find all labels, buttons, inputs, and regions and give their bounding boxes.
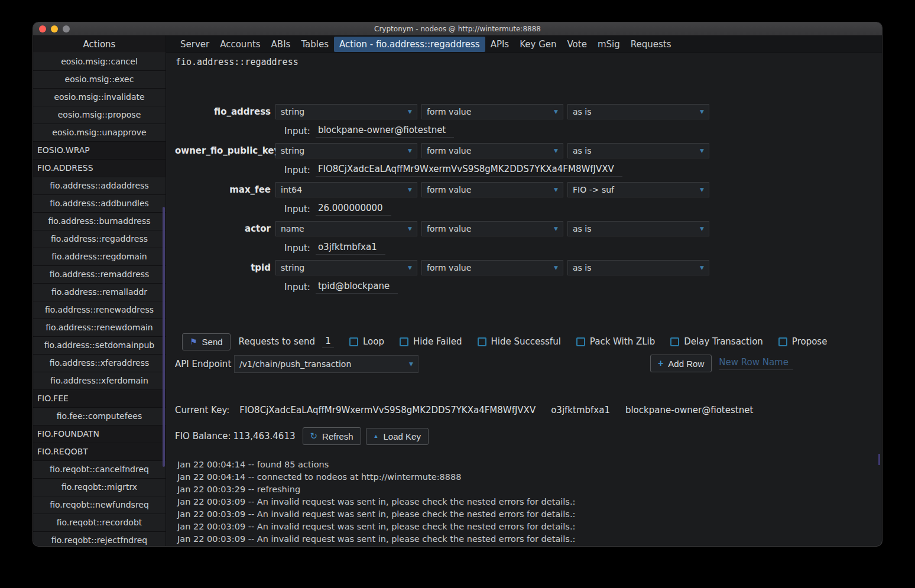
minimize-window-button[interactable] xyxy=(51,25,58,33)
actor-input[interactable]: o3jfktmbfxa1 xyxy=(316,242,385,255)
type-select[interactable]: string ▼ xyxy=(275,260,417,275)
main-panel: Server Accounts ABIs Tables Action - fio… xyxy=(166,35,882,546)
sidebar-action-item[interactable]: fio.reqobt::migrtrx xyxy=(33,479,166,496)
sidebar-action-item[interactable]: fio.reqobt::newfundsreq xyxy=(33,496,166,514)
sidebar-contract-header[interactable]: FIO.FEE xyxy=(33,390,166,408)
refresh-label: Refresh xyxy=(322,431,353,441)
input-row: Input: 26.000000000 xyxy=(175,202,882,216)
tab-abis[interactable]: ABIs xyxy=(266,37,296,52)
tab-tables[interactable]: Tables xyxy=(296,37,334,52)
sidebar-action-item[interactable]: fio.address::regaddress xyxy=(33,230,166,248)
transform-select[interactable]: as is ▼ xyxy=(567,104,709,119)
sidebar-action-item[interactable]: eosio.msig::invalidate xyxy=(33,89,166,106)
sidebar-action-item[interactable]: fio.address::xferdomain xyxy=(33,372,166,390)
transform-value: as is xyxy=(573,146,697,155)
sidebar-contract-header[interactable]: FIO.REQOBT xyxy=(33,443,166,461)
sidebar-action-item[interactable]: fio.reqobt::cancelfndreq xyxy=(33,461,166,479)
form-row: tpid string ▼ form value ▼ as is ▼ xyxy=(175,260,882,275)
transform-select[interactable]: FIO -> suf ▼ xyxy=(567,182,709,197)
log-output: Jan 22 00:04:14 -- found 85 actions Jan … xyxy=(177,459,882,545)
transform-select[interactable]: as is ▼ xyxy=(567,260,709,275)
sidebar-action-item[interactable]: fio.reqobt::rejectfndreq xyxy=(33,532,166,546)
sidebar-action-item[interactable]: fio.address::xferaddress xyxy=(33,355,166,372)
requests-to-send-input[interactable]: 1 xyxy=(322,336,334,348)
chevron-down-icon: ▼ xyxy=(554,109,558,115)
sidebar-contract-header[interactable]: FIO.FOUNDATN xyxy=(33,425,166,443)
chevron-down-icon: ▼ xyxy=(700,226,704,232)
owner-public-key-input[interactable]: FIO8CjXadcEaLAqffMr9WxermVvS9S8gMK2DDS7Y… xyxy=(316,164,622,177)
form-row: fio_address string ▼ form value ▼ as is … xyxy=(175,104,882,119)
load-key-button[interactable]: ▲ Load Key xyxy=(366,428,429,445)
checkbox-hide-failed[interactable]: Hide Failed xyxy=(400,336,462,347)
value-source-select[interactable]: form value ▼ xyxy=(421,182,563,197)
chevron-down-icon: ▼ xyxy=(554,265,558,271)
tab-vote[interactable]: Vote xyxy=(562,37,592,52)
tab-apis[interactable]: APIs xyxy=(485,37,515,52)
checkbox-loop[interactable]: Loop xyxy=(349,336,384,347)
tab-server[interactable]: Server xyxy=(175,37,215,52)
sidebar-action-item[interactable]: fio.address::renewaddress xyxy=(33,301,166,319)
type-select[interactable]: string ▼ xyxy=(275,143,417,158)
checkbox-hide-successful[interactable]: Hide Successful xyxy=(478,336,561,347)
input-row: Input: FIO8CjXadcEaLAqffMr9WxermVvS9S8gM… xyxy=(175,163,882,177)
close-window-button[interactable] xyxy=(39,25,46,33)
sidebar-action-item[interactable]: fio.address::addbundles xyxy=(33,195,166,213)
zoom-window-button[interactable] xyxy=(63,25,70,33)
main-scrollbar[interactable] xyxy=(878,454,880,465)
transform-select[interactable]: as is ▼ xyxy=(567,143,709,158)
chevron-down-icon: ▼ xyxy=(408,226,412,232)
sidebar-action-item[interactable]: eosio.msig::exec xyxy=(33,71,166,89)
max-fee-input[interactable]: 26.000000000 xyxy=(316,203,391,216)
title-bar[interactable]: Cryptonym - nodeos @ http://wintermute:8… xyxy=(33,22,882,35)
sidebar-scrollbar[interactable] xyxy=(163,207,165,467)
tpid-input[interactable]: tpid@blockpane xyxy=(316,281,398,294)
sidebar-action-item[interactable]: eosio.msig::propose xyxy=(33,106,166,124)
checkbox-propose[interactable]: Propose xyxy=(778,336,828,347)
sidebar-action-item[interactable]: eosio.msig::cancel xyxy=(33,53,166,71)
tab-accounts[interactable]: Accounts xyxy=(215,37,265,52)
sidebar-action-item[interactable]: fio.address::remaddress xyxy=(33,266,166,284)
input-label: Input: xyxy=(284,126,310,137)
sidebar-action-item[interactable]: fio.address::burnaddress xyxy=(33,213,166,230)
tab-requests[interactable]: Requests xyxy=(625,37,677,52)
type-select[interactable]: string ▼ xyxy=(275,104,417,119)
tab-msig[interactable]: mSig xyxy=(592,37,625,52)
value-source-select[interactable]: form value ▼ xyxy=(421,260,563,275)
sidebar-contract-header[interactable]: EOSIO.WRAP xyxy=(33,142,166,160)
current-key-bar: Current Key: FIO8CjXadcEaLAqffMr9WxermVv… xyxy=(175,404,882,416)
sidebar-action-item[interactable]: fio.address::remalladdr xyxy=(33,284,166,301)
add-row-button[interactable]: + Add Row xyxy=(650,355,712,372)
value-source-select[interactable]: form value ▼ xyxy=(421,104,563,119)
type-select-value: string xyxy=(281,263,405,272)
sidebar-action-item[interactable]: fio.reqobt::recordobt xyxy=(33,514,166,532)
transform-select[interactable]: as is ▼ xyxy=(567,221,709,236)
refresh-button[interactable]: ↻ Refresh xyxy=(303,427,361,445)
sidebar-contract-header[interactable]: FIO.ADDRESS xyxy=(33,160,166,177)
sidebar-action-item[interactable]: fio.address::addaddress xyxy=(33,177,166,195)
form-row: owner_fio_public_key string ▼ form value… xyxy=(175,143,882,158)
sidebar-action-item[interactable]: fio.address::renewdomain xyxy=(33,319,166,337)
sidebar-action-item[interactable]: fio.address::regdomain xyxy=(33,248,166,266)
checkbox-delay-transaction[interactable]: Delay Transaction xyxy=(670,336,763,347)
fio-address-input[interactable]: blockpane-owner@fiotestnet xyxy=(316,125,454,138)
send-button-label: Send xyxy=(202,337,223,347)
field-label: tpid xyxy=(175,262,271,273)
new-row-name-input[interactable]: New Row Name xyxy=(719,357,793,370)
field-label: max_fee xyxy=(175,184,271,195)
type-select[interactable]: int64 ▼ xyxy=(275,182,417,197)
api-endpoint-select[interactable]: /v1/chain/push_transaction ▼ xyxy=(234,355,418,373)
app-window: Cryptonym - nodeos @ http://wintermute:8… xyxy=(33,22,882,546)
value-source-select[interactable]: form value ▼ xyxy=(421,143,563,158)
value-source-select[interactable]: form value ▼ xyxy=(421,221,563,236)
tab-action-regaddress[interactable]: Action - fio.address::regaddress xyxy=(334,37,485,52)
sidebar-action-item[interactable]: eosio.msig::unapprove xyxy=(33,124,166,142)
sidebar-action-item[interactable]: fio.address::setdomainpub xyxy=(33,337,166,355)
checkbox-pack-with-zlib[interactable]: Pack With ZLib xyxy=(576,336,655,347)
send-button[interactable]: ⚑ Send xyxy=(182,333,231,350)
type-select[interactable]: name ▼ xyxy=(275,221,417,236)
sidebar-action-item[interactable]: fio.fee::computefees xyxy=(33,408,166,425)
field-label: owner_fio_public_key xyxy=(175,145,271,156)
chevron-down-icon: ▼ xyxy=(408,187,412,193)
input-row: Input: o3jfktmbfxa1 xyxy=(175,241,882,255)
tab-key-gen[interactable]: Key Gen xyxy=(514,37,562,52)
